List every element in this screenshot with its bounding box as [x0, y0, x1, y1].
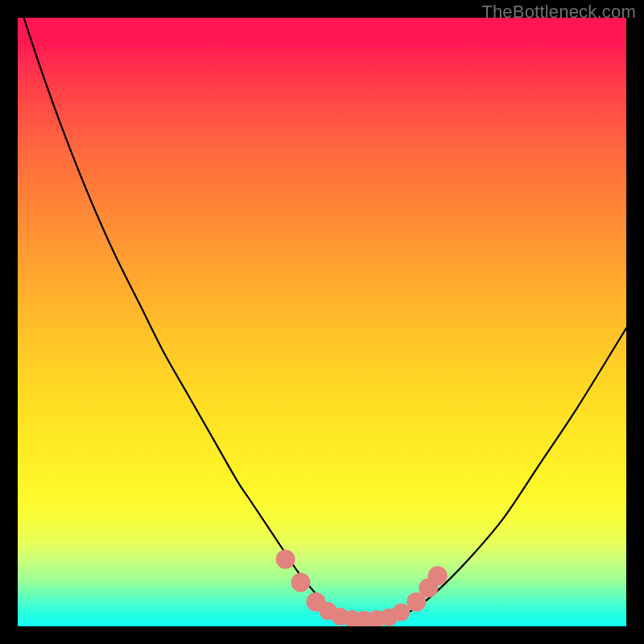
plot-area: [18, 18, 626, 626]
chart-canvas: [18, 18, 626, 626]
watermark-label: TheBottleneck.com: [481, 2, 636, 23]
